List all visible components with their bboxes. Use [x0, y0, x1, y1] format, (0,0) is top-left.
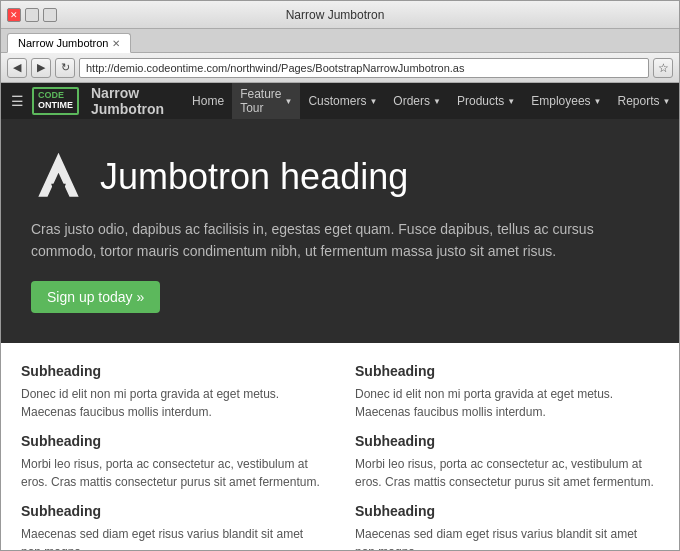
nav-link-customers[interactable]: Customers▼	[300, 83, 385, 119]
right-text-2: Morbi leo risus, porta ac consectetur ac…	[355, 455, 659, 491]
brand-ontime: ONTIME	[38, 101, 73, 111]
star-button[interactable]: ☆	[653, 58, 673, 78]
address-bar[interactable]	[79, 58, 649, 78]
navigation-bar: ◀ ▶ ↻ ☆	[1, 53, 679, 83]
left-section-1: Subheading Donec id elit non mi porta gr…	[21, 363, 325, 421]
right-subheading-2: Subheading	[355, 433, 659, 449]
nav-links: Home Feature Tour▼ Customers▼ Orders▼ Pr…	[184, 83, 679, 119]
jumbotron-logo-icon	[31, 149, 86, 204]
nav-link-products[interactable]: Products▼	[449, 83, 523, 119]
nav-link-home[interactable]: Home	[184, 83, 232, 119]
nav-brand: CODE ONTIME	[32, 87, 79, 115]
content-grid: Subheading Donec id elit non mi porta gr…	[1, 343, 679, 550]
svg-marker-1	[51, 184, 66, 190]
left-subheading-1: Subheading	[21, 363, 325, 379]
caret-icon: ▼	[663, 97, 671, 106]
left-subheading-2: Subheading	[21, 433, 325, 449]
nav-link-feature-tour[interactable]: Feature Tour▼	[232, 83, 300, 119]
tab-bar: Narrow Jumbotron ✕	[1, 29, 679, 53]
left-column: Subheading Donec id elit non mi porta gr…	[21, 363, 325, 550]
right-text-3: Maecenas sed diam eget risus varius blan…	[355, 525, 659, 550]
forward-button[interactable]: ▶	[31, 58, 51, 78]
left-text-2: Morbi leo risus, porta ac consectetur ac…	[21, 455, 325, 491]
jumbotron-title: Jumbotron heading	[100, 156, 408, 198]
close-button[interactable]: ✕	[7, 8, 21, 22]
left-text-3: Maecenas sed diam eget risus varius blan…	[21, 525, 325, 550]
right-section-3: Subheading Maecenas sed diam eget risus …	[355, 503, 659, 550]
jumbotron-heading-area: Jumbotron heading	[31, 149, 649, 204]
caret-icon: ▼	[433, 97, 441, 106]
caret-icon: ▼	[369, 97, 377, 106]
right-section-1: Subheading Donec id elit non mi porta gr…	[355, 363, 659, 421]
tab-label: Narrow Jumbotron	[18, 37, 108, 49]
top-navigation: ☰ CODE ONTIME Narrow Jumbotron Home Feat…	[1, 83, 679, 119]
browser-window: ✕ Narrow Jumbotron Narrow Jumbotron ✕ ◀ …	[0, 0, 680, 551]
hamburger-icon[interactable]: ☰	[11, 93, 24, 109]
page-title-nav: Narrow Jumbotron	[91, 85, 164, 117]
right-subheading-3: Subheading	[355, 503, 659, 519]
jumbotron-description: Cras justo odio, dapibus ac facilisis in…	[31, 218, 631, 263]
window-controls: ✕	[7, 8, 57, 22]
nav-link-orders[interactable]: Orders▼	[385, 83, 449, 119]
browser-title: Narrow Jumbotron	[63, 8, 607, 22]
tab-close-icon[interactable]: ✕	[112, 38, 120, 49]
jumbotron: Jumbotron heading Cras justo odio, dapib…	[1, 119, 679, 343]
title-bar: ✕ Narrow Jumbotron	[1, 1, 679, 29]
minimize-button[interactable]	[25, 8, 39, 22]
refresh-button[interactable]: ↻	[55, 58, 75, 78]
svg-marker-0	[38, 153, 78, 197]
signup-button[interactable]: Sign up today »	[31, 281, 160, 313]
nav-link-membership[interactable]: Membership	[678, 83, 679, 119]
nav-link-employees[interactable]: Employees▼	[523, 83, 609, 119]
left-subheading-3: Subheading	[21, 503, 325, 519]
right-section-2: Subheading Morbi leo risus, porta ac con…	[355, 433, 659, 491]
left-section-3: Subheading Maecenas sed diam eget risus …	[21, 503, 325, 550]
right-column: Subheading Donec id elit non mi porta gr…	[355, 363, 659, 550]
caret-icon: ▼	[284, 97, 292, 106]
right-subheading-1: Subheading	[355, 363, 659, 379]
left-section-2: Subheading Morbi leo risus, porta ac con…	[21, 433, 325, 491]
nav-link-reports[interactable]: Reports▼	[610, 83, 679, 119]
caret-icon: ▼	[507, 97, 515, 106]
back-button[interactable]: ◀	[7, 58, 27, 78]
right-text-1: Donec id elit non mi porta gravida at eg…	[355, 385, 659, 421]
page-content: ☰ CODE ONTIME Narrow Jumbotron Home Feat…	[1, 83, 679, 550]
maximize-button[interactable]	[43, 8, 57, 22]
tab-narrow-jumbotron[interactable]: Narrow Jumbotron ✕	[7, 33, 131, 53]
left-text-1: Donec id elit non mi porta gravida at eg…	[21, 385, 325, 421]
caret-icon: ▼	[594, 97, 602, 106]
